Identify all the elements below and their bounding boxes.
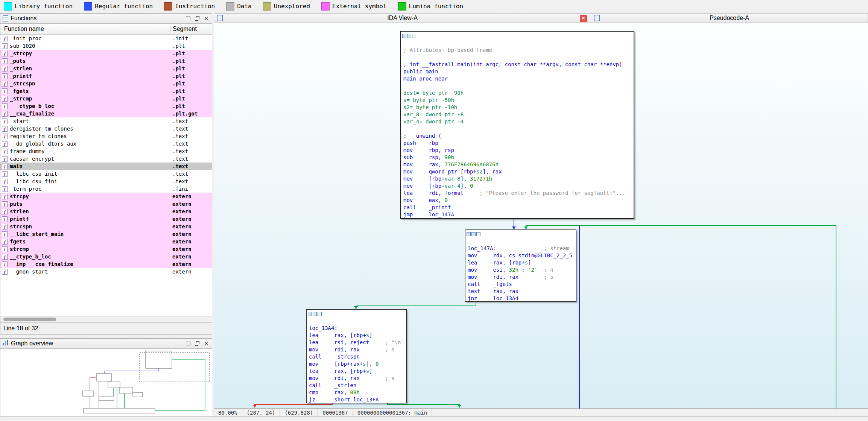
float-button[interactable] (194, 340, 201, 347)
function-segment: .text (170, 118, 188, 124)
node-button-icon[interactable] (313, 312, 317, 316)
function-row[interactable]: f__libc_csu_init.text (0, 170, 212, 178)
pseudocode-tab-label[interactable]: Pseudocode-A (710, 15, 749, 21)
function-row[interactable]: f___ctype_b_loc.plt (0, 102, 212, 110)
function-row[interactable]: f_init_proc.init (0, 35, 212, 42)
functions-hscrollbar[interactable] (0, 316, 212, 322)
function-row[interactable]: f_printf.plt (0, 72, 212, 80)
column-segment[interactable]: Segment (170, 26, 197, 32)
function-row[interactable]: fstrcpyextern (0, 193, 212, 200)
maximize-button[interactable] (185, 340, 192, 347)
function-segment: extern (170, 246, 192, 252)
function-icon: f (2, 96, 8, 102)
ida-view-icon (217, 15, 223, 21)
function-name: _init_proc (10, 35, 170, 41)
graph-node-loc_13A4[interactable]: loc_13A4:lea rax, [rbp+s]lea rsi, reject… (306, 309, 407, 403)
tab-ida-view-a[interactable]: IDA View-A ✕ (214, 13, 591, 23)
function-icon: f (2, 254, 8, 260)
function-row[interactable]: f_strlen.plt (0, 65, 212, 72)
function-segment: extern (170, 261, 192, 267)
node-button-icon[interactable] (318, 312, 322, 316)
legend-swatch (321, 2, 330, 11)
function-segment: .text (170, 156, 188, 162)
legend-item: Regular function (84, 2, 153, 11)
functions-titlebar[interactable]: Functions (0, 14, 212, 24)
disassembly-text: loc_147A: ; streammov rdx, cs:stdin@GLIB… (465, 238, 576, 302)
function-name: main (10, 163, 170, 169)
function-row[interactable]: f__libc_csu_fini.text (0, 178, 212, 185)
function-row[interactable]: ffgetsextern (0, 238, 212, 245)
function-row[interactable]: f_term_proc.fini (0, 185, 212, 193)
function-icon: f (2, 149, 8, 154)
node-button-icon[interactable] (467, 232, 471, 236)
function-row[interactable]: f_fgets.plt (0, 87, 212, 95)
float-button[interactable] (194, 15, 201, 21)
function-name: _start (10, 118, 170, 124)
legend-label: Data (237, 3, 252, 10)
function-segment: extern (170, 216, 192, 222)
legend-item: Unexplored (263, 2, 310, 11)
legend-item: Instruction (164, 2, 215, 11)
legend-label: Regular function (95, 3, 153, 10)
function-name: __cxa_finalize (10, 111, 170, 117)
function-row[interactable]: f_strcmp.plt (0, 95, 212, 102)
function-row[interactable]: fsub_1020.plt (0, 42, 212, 50)
color-legend: Library functionRegular functionInstruct… (0, 0, 868, 12)
function-row[interactable]: f_strcpy.plt (0, 50, 212, 57)
tab-pseudocode-a[interactable]: Pseudocode-A (591, 13, 868, 23)
graph-overview-minimap[interactable] (0, 349, 212, 419)
legend-label: Instruction (175, 3, 215, 10)
main-area: IDA View-A ✕ Pseudocode-A ; Attributes: … (214, 13, 868, 417)
functions-hscrollbar-thumb[interactable] (3, 318, 56, 321)
graph-overview-titlebar[interactable]: Graph overview (0, 339, 212, 349)
function-row[interactable]: f__libc_start_mainextern (0, 230, 212, 238)
function-row[interactable]: fstrcspnextern (0, 223, 212, 230)
maximize-button[interactable] (185, 15, 192, 21)
function-row[interactable]: fstrlenextern (0, 208, 212, 215)
disassembly-graph-canvas[interactable]: ; Attributes: bp-based frame ; int __fas… (214, 23, 868, 409)
node-button-icon[interactable] (476, 232, 480, 236)
close-icon[interactable] (203, 340, 210, 347)
close-icon[interactable]: ✕ (580, 15, 587, 22)
function-row[interactable]: f__imp___cxa_finalizeextern (0, 260, 212, 268)
function-row[interactable]: fframe_dummy.text (0, 147, 212, 155)
close-icon[interactable] (203, 15, 210, 21)
function-row[interactable]: f__gmon_start__extern (0, 268, 212, 275)
column-function-name[interactable]: Function name (0, 26, 170, 32)
function-row[interactable]: fstrcmpextern (0, 245, 212, 253)
function-segment: .init (170, 35, 188, 41)
function-row[interactable]: f__cxa_finalize.plt.got (0, 110, 212, 117)
node-button-icon[interactable] (471, 232, 476, 236)
function-row[interactable]: fmain.text (0, 163, 212, 170)
function-row[interactable]: fputsextern (0, 200, 212, 208)
function-segment: .text (170, 126, 188, 132)
node-button-icon[interactable] (412, 34, 416, 38)
node-button-icon[interactable] (407, 34, 411, 38)
function-segment: extern (170, 239, 192, 245)
node-button-icon[interactable] (308, 312, 312, 316)
graph-node-loc_147A[interactable]: loc_147A: ; streammov rdx, cs:stdin@GLIB… (465, 229, 576, 302)
function-row[interactable]: f_strcspn.plt (0, 80, 212, 87)
function-segment: extern (170, 193, 192, 199)
function-segment: .plt (170, 58, 185, 64)
function-segment: .plt (170, 81, 185, 87)
function-row[interactable]: fcaesar_encrypt.text (0, 155, 212, 163)
function-segment: extern (170, 269, 192, 275)
function-icon: f (2, 126, 8, 132)
function-row[interactable]: f_puts.plt (0, 57, 212, 65)
function-row[interactable]: f_start.text (0, 117, 212, 125)
ida-view-tab-label[interactable]: IDA View-A (387, 15, 418, 21)
function-row[interactable]: fderegister_tm_clones.text (0, 125, 212, 132)
function-name: ___ctype_b_loc (10, 103, 170, 109)
function-row[interactable]: f__ctype_b_locextern (0, 253, 212, 260)
function-icon: f (2, 261, 8, 267)
function-icon: f (2, 156, 8, 162)
function-icon: f (2, 201, 8, 207)
function-row[interactable]: f__do_global_dtors_aux.text (0, 140, 212, 147)
function-row[interactable]: fregister_tm_clones.text (0, 132, 212, 140)
function-row[interactable]: fprintfextern (0, 215, 212, 223)
function-segment: extern (170, 231, 192, 237)
graph-node-main-entry[interactable]: ; Attributes: bp-based frame ; int __fas… (400, 31, 634, 219)
node-button-icon[interactable] (402, 34, 406, 38)
functions-column-header[interactable]: Function name Segment (0, 24, 212, 35)
